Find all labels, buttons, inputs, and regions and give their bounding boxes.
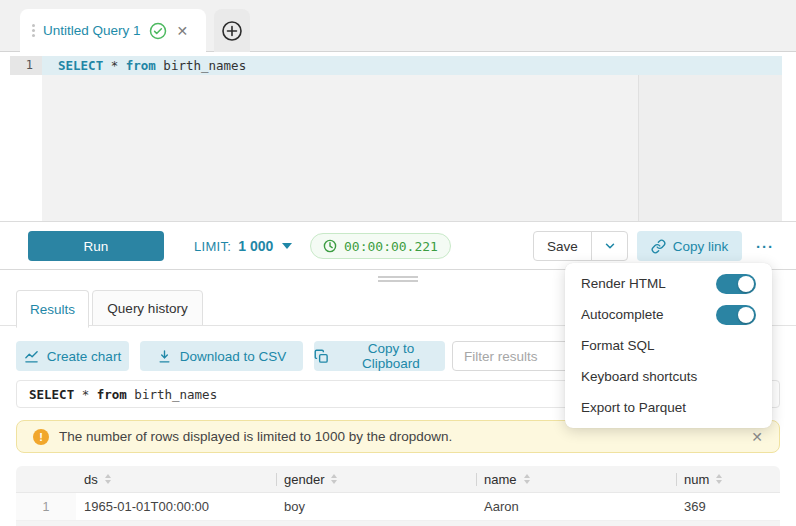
render-html-toggle[interactable] <box>716 274 756 294</box>
sql-keyword-select: SELECT <box>58 58 103 73</box>
create-chart-button[interactable]: Create chart <box>16 341 129 371</box>
toggle-knob <box>738 307 754 323</box>
header-gender-label: gender <box>284 472 324 487</box>
pane-resize-handle[interactable] <box>378 276 418 284</box>
menu-item-label: Render HTML <box>581 276 716 291</box>
header-num-label: num <box>684 472 709 487</box>
menu-item-label: Keyboard shortcuts <box>581 369 756 384</box>
save-options-button[interactable] <box>591 232 627 260</box>
query-tab-bar: Untitled Query 1 ✕ <box>0 0 796 52</box>
sql-table-name: birth_names <box>156 58 246 73</box>
copy-link-label: Copy link <box>673 239 729 254</box>
limit-dropdown[interactable]: LIMIT: 1 000 <box>194 222 292 270</box>
limit-label: LIMIT: <box>194 239 231 254</box>
warning-icon: ! <box>33 429 49 445</box>
more-options-button[interactable]: ··· <box>748 231 782 261</box>
header-ds[interactable]: ds <box>76 466 276 492</box>
menu-item-export-parquet[interactable]: Export to Parquet <box>565 392 772 423</box>
results-table: ds gender name num 1 1965-01-01T00:00:00… <box>16 466 780 526</box>
caret-down-icon <box>282 243 292 249</box>
editor-code-area[interactable]: SELECT * from birth_names <box>42 56 782 221</box>
editor-print-margin <box>638 75 782 221</box>
limit-value: 1 000 <box>238 238 273 254</box>
sql-star: * <box>74 387 97 402</box>
menu-item-autocomplete[interactable]: Autocomplete <box>565 299 772 330</box>
elapsed-time: 00:00:00.221 <box>344 239 438 254</box>
new-query-tab-button[interactable] <box>214 9 250 52</box>
download-csv-label: Download to CSV <box>180 349 287 364</box>
row-index-cell: 1 <box>16 493 76 520</box>
code-line-1[interactable]: SELECT * from birth_names <box>42 56 782 75</box>
header-index-column <box>16 466 76 492</box>
query-success-check-icon <box>149 22 167 40</box>
cell-num: 369 <box>676 493 780 520</box>
more-options-menu: Render HTML Autocomplete Format SQL Keyb… <box>565 263 772 428</box>
query-timer-badge: 00:00:00.221 <box>310 233 451 259</box>
chart-line-icon <box>24 349 39 364</box>
sql-keyword-from: from <box>126 58 156 73</box>
warning-text: The number of rows displayed is limited … <box>59 429 741 444</box>
tab-results[interactable]: Results <box>16 290 89 328</box>
table-row-partial <box>16 521 780 526</box>
menu-item-label: Export to Parquet <box>581 400 756 415</box>
sort-icon[interactable] <box>105 474 111 484</box>
sort-icon[interactable] <box>524 474 530 484</box>
download-csv-button[interactable]: Download to CSV <box>140 341 303 371</box>
table-header-row: ds gender name num <box>16 466 780 493</box>
close-warning-icon[interactable]: ✕ <box>751 429 763 445</box>
header-ds-label: ds <box>84 472 98 487</box>
toggle-knob <box>738 276 754 292</box>
cell-gender: boy <box>276 493 476 520</box>
menu-item-keyboard-shortcuts[interactable]: Keyboard shortcuts <box>565 361 772 392</box>
save-button[interactable]: Save <box>534 232 591 260</box>
copy-icon <box>314 349 329 364</box>
menu-item-label: Format SQL <box>581 338 756 353</box>
header-num[interactable]: num <box>676 466 780 492</box>
query-tab-title: Untitled Query 1 <box>43 23 141 38</box>
line-number: 1 <box>10 56 42 75</box>
sql-keyword-select: SELECT <box>29 387 74 402</box>
sort-icon[interactable] <box>331 474 337 484</box>
create-chart-label: Create chart <box>47 349 121 364</box>
sql-keyword-from: from <box>97 387 127 402</box>
copy-link-button[interactable]: Copy link <box>637 231 742 261</box>
autocomplete-toggle[interactable] <box>716 305 756 325</box>
chevron-down-icon <box>604 240 616 252</box>
copy-to-clipboard-label: Copy to Clipboard <box>337 341 445 371</box>
clock-icon <box>323 239 337 253</box>
tab-untitled-query-1[interactable]: Untitled Query 1 ✕ <box>20 9 206 52</box>
download-icon <box>157 349 172 364</box>
sql-table-name: birth_names <box>127 387 217 402</box>
plus-circle-icon <box>221 20 243 42</box>
cell-name: Aaron <box>476 493 676 520</box>
header-gender[interactable]: gender <box>276 466 476 492</box>
header-name[interactable]: name <box>476 466 676 492</box>
menu-item-label: Autocomplete <box>581 307 716 322</box>
run-button[interactable]: Run <box>28 231 164 261</box>
menu-item-format-sql[interactable]: Format SQL <box>565 330 772 361</box>
sql-lab-app: Untitled Query 1 ✕ 1 SELECT * from birth… <box>0 0 796 526</box>
table-row[interactable]: 1 1965-01-01T00:00:00 boy Aaron 369 <box>16 493 780 521</box>
sql-star: * <box>103 58 126 73</box>
close-tab-icon[interactable]: ✕ <box>177 23 189 39</box>
editor-empty-area[interactable] <box>42 75 782 221</box>
sort-icon[interactable] <box>716 474 722 484</box>
menu-item-render-html[interactable]: Render HTML <box>565 268 772 299</box>
copy-to-clipboard-button[interactable]: Copy to Clipboard <box>314 341 445 371</box>
editor-gutter: 1 <box>10 56 42 221</box>
sql-editor[interactable]: 1 SELECT * from birth_names <box>0 52 796 222</box>
cell-ds: 1965-01-01T00:00:00 <box>76 493 276 520</box>
drag-handle-icon[interactable] <box>32 24 35 27</box>
header-name-label: name <box>484 472 517 487</box>
link-icon <box>651 239 666 254</box>
save-split-button: Save <box>533 231 628 261</box>
tab-query-history[interactable]: Query history <box>92 290 203 326</box>
